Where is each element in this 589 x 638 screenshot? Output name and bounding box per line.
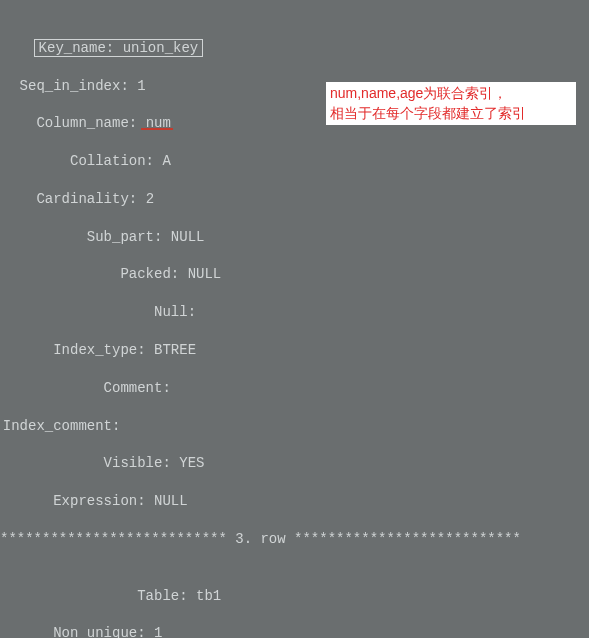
row-comment: Comment:	[0, 379, 589, 398]
annotation-box: num,name,age为联合索引， 相当于在每个字段都建立了索引	[326, 82, 576, 125]
row-visible: Visible: YES	[0, 454, 589, 473]
row-packed: Packed: NULL	[0, 265, 589, 284]
row-indexcomment: Index_comment:	[0, 417, 589, 436]
row-separator-3: *************************** 3. row *****…	[0, 530, 589, 549]
row-null: Null:	[0, 303, 589, 322]
row-subpart: Sub_part: NULL	[0, 228, 589, 247]
row-table: Table: tb1	[0, 587, 589, 606]
row-indextype: Index_type: BTREE	[0, 341, 589, 360]
underline-num	[141, 128, 173, 130]
row-expression: Expression: NULL	[0, 492, 589, 511]
row-nonunique: Non_unique: 1	[0, 624, 589, 638]
annotation-line2: 相当于在每个字段都建立了索引	[330, 105, 526, 121]
row-collation: Collation: A	[0, 152, 589, 171]
boxed-key-name: Key_name: union_key	[34, 39, 204, 57]
annotation-line1: num,name,age为联合索引，	[330, 85, 507, 101]
row-key-name: Key_name: union_key	[0, 39, 589, 58]
row-cardinality: Cardinality: 2	[0, 190, 589, 209]
